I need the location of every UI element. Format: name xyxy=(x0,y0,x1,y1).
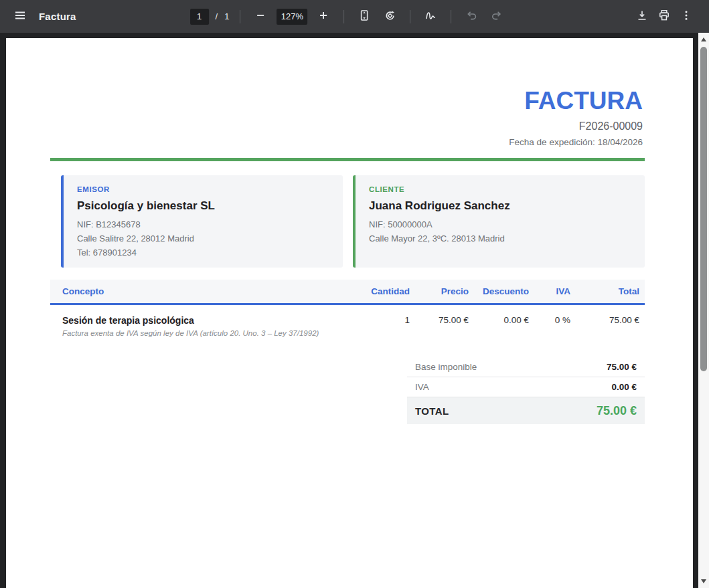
line-items-table: Concepto Cantidad Precio Descuento IVA T… xyxy=(50,280,645,337)
totals-section: Base imponible 75.00 € IVA 0.00 € TOTAL … xyxy=(407,357,645,424)
print-button[interactable] xyxy=(655,7,674,26)
emisor-phone: Tel: 678901234 xyxy=(77,246,329,260)
iva-row: IVA 0.00 € xyxy=(407,377,645,397)
cliente-address: Calle Mayor 22, 3ºC. 28013 Madrid xyxy=(369,231,631,246)
scrollbar-thumb[interactable] xyxy=(700,47,707,371)
iva-label: IVA xyxy=(415,382,429,392)
grand-total-row: TOTAL 75.00 € xyxy=(407,397,645,424)
pdf-toolbar: Factura 1 / 1 127% xyxy=(0,0,709,33)
more-options-button[interactable] xyxy=(677,7,696,26)
menu-button[interactable] xyxy=(11,7,29,26)
invoice-issue-date: Fecha de expedición: 18/04/2026 xyxy=(509,137,643,147)
more-vertical-icon xyxy=(680,9,692,23)
download-icon xyxy=(636,9,648,23)
undo-button[interactable] xyxy=(462,7,481,26)
emisor-label: EMISOR xyxy=(77,185,329,193)
grand-total-label: TOTAL xyxy=(415,405,449,417)
zoom-level-input[interactable]: 127% xyxy=(277,9,307,25)
base-imponible-row: Base imponible 75.00 € xyxy=(407,357,645,377)
base-imponible-value: 75.00 € xyxy=(607,362,637,372)
item-quantity: 1 xyxy=(349,315,410,325)
base-imponible-label: Base imponible xyxy=(415,362,477,372)
invoice-number: F2026-00009 xyxy=(509,120,643,132)
pdf-page: FACTURA F2026-00009 Fecha de expedición:… xyxy=(6,38,693,588)
header-concepto: Concepto xyxy=(50,286,349,296)
iva-value: 0.00 € xyxy=(611,382,637,392)
toolbar-divider xyxy=(410,10,410,23)
document-title: Factura xyxy=(39,11,76,22)
cliente-nif: NIF: 50000000A xyxy=(369,217,631,231)
emisor-name: Psicología y bienestar SL xyxy=(77,199,329,213)
redo-button[interactable] xyxy=(487,7,506,26)
print-icon xyxy=(658,9,670,23)
item-discount: 0.00 € xyxy=(469,315,529,325)
header-descuento: Descuento xyxy=(469,286,529,296)
fit-page-button[interactable] xyxy=(355,7,374,26)
item-total: 75.00 € xyxy=(570,315,639,325)
cliente-label: CLIENTE xyxy=(369,185,631,193)
table-row: Sesión de terapia psicológica Factura ex… xyxy=(50,305,645,337)
emisor-nif: NIF: B12345678 xyxy=(77,217,329,231)
item-concept: Sesión de terapia psicológica xyxy=(62,315,349,326)
zoom-out-button[interactable] xyxy=(251,7,270,26)
scroll-up-arrow[interactable] xyxy=(698,34,709,45)
vertical-scrollbar[interactable] xyxy=(698,33,709,588)
download-button[interactable] xyxy=(633,7,651,26)
fit-page-icon xyxy=(358,9,370,23)
item-vat-exemption-note: Factura exenta de IVA según ley de IVA (… xyxy=(62,329,349,337)
cliente-name: Juana Rodriguez Sanchez xyxy=(369,199,631,213)
parties-section: EMISOR Psicología y bienestar SL NIF: B1… xyxy=(61,175,645,268)
table-header-row: Concepto Cantidad Precio Descuento IVA T… xyxy=(50,280,645,305)
toolbar-divider xyxy=(451,10,451,23)
header-iva: IVA xyxy=(529,286,570,296)
zoom-in-button[interactable] xyxy=(314,7,333,26)
header-precio: Precio xyxy=(410,286,469,296)
plus-icon xyxy=(318,10,329,23)
header-cantidad: Cantidad xyxy=(349,286,410,296)
undo-icon xyxy=(465,9,477,23)
scroll-down-arrow[interactable] xyxy=(698,576,709,587)
invoice-title: FACTURA xyxy=(509,88,643,114)
annotate-button[interactable] xyxy=(421,7,440,26)
invoice-header: FACTURA F2026-00009 Fecha de expedición:… xyxy=(509,88,643,147)
toolbar-divider xyxy=(240,10,240,23)
item-iva: 0 % xyxy=(529,315,570,325)
minus-icon xyxy=(255,10,266,23)
cliente-card: CLIENTE Juana Rodriguez Sanchez NIF: 500… xyxy=(353,175,645,268)
page-separator: / xyxy=(216,11,218,21)
header-total: Total xyxy=(570,286,639,296)
annotate-pen-icon xyxy=(424,9,437,23)
page-number-input[interactable]: 1 xyxy=(190,9,209,25)
emisor-address: Calle Salitre 22, 28012 Madrid xyxy=(77,231,329,246)
emisor-card: EMISOR Psicología y bienestar SL NIF: B1… xyxy=(61,175,343,268)
redo-icon xyxy=(491,9,503,23)
page-total: 1 xyxy=(224,11,229,21)
toolbar-divider xyxy=(343,10,344,23)
menu-icon xyxy=(14,9,26,23)
rotate-icon xyxy=(384,9,396,24)
item-price: 75.00 € xyxy=(410,315,469,325)
header-divider-rule xyxy=(50,158,645,161)
grand-total-value: 75.00 € xyxy=(597,404,637,418)
rotate-button[interactable] xyxy=(380,7,399,26)
